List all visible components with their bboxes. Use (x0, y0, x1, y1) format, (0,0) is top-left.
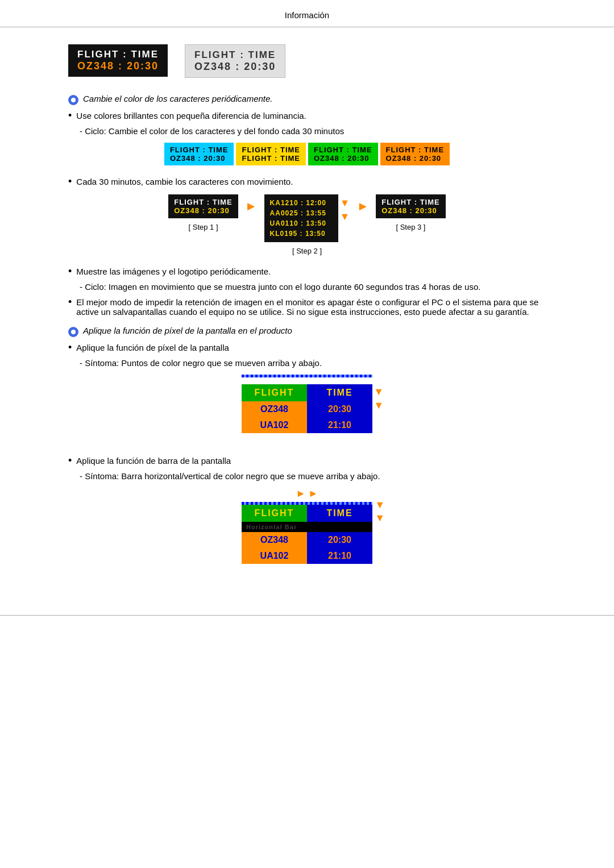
step2-arrow-down1: ▼ (340, 197, 350, 209)
pixel-col2-header: TIME (307, 384, 372, 401)
gray-separator: : (235, 61, 244, 72)
bar-display-header: FLIGHT TIME (242, 505, 372, 522)
cycle-box-green: FLIGHT : TIME OZ348 : 20:30 (308, 143, 378, 165)
bar-row2-col1: UA102 (242, 548, 307, 564)
arrow-right-1: ► (245, 199, 258, 214)
cycle-green-label: FLIGHT : TIME (314, 146, 372, 154)
step1-caption: [ Step 1 ] (189, 223, 218, 231)
blue-circle-icon-2 (68, 327, 78, 337)
step1-label: FLIGHT : TIME (174, 198, 233, 206)
dark-display-value: OZ348 : 20:30 (77, 60, 159, 72)
pixel-arrow-down1: ▼ (374, 386, 384, 398)
section5-list: Aplique la función de píxel de la pantal… (68, 343, 546, 354)
section3-text: Muestre las imágenes y el logotipo perió… (76, 267, 271, 276)
header-title: Información (285, 10, 329, 20)
cycle-box-cyan: FLIGHT : TIME OZ348 : 20:30 (164, 143, 234, 165)
cycle-yellow-value: FLIGHT : TIME (242, 154, 300, 163)
gray-flight-num: OZ348 (194, 61, 231, 72)
bar-row1-col2: 20:30 (307, 532, 372, 548)
step1-box: FLIGHT : TIME OZ348 : 20:30 [ Step 1 ] (168, 194, 238, 231)
bar-arrow-down2: ▼ (375, 512, 385, 524)
section6-bullet1: Aplique la función de barra de la pantal… (68, 456, 546, 467)
bar-col1-header: FLIGHT (242, 505, 307, 522)
cycle-orange-label: FLIGHT : TIME (386, 146, 445, 154)
pixel-row2: UA102 21:10 (242, 417, 372, 433)
step3-display: FLIGHT : TIME OZ348 : 20:30 (376, 194, 446, 218)
bar-row2: UA102 21:10 (242, 548, 372, 564)
cycle-orange-value: OZ348 : 20:30 (386, 154, 445, 163)
pixel-col1-header: FLIGHT (242, 384, 307, 401)
bar-arrow-right1: ► (296, 488, 306, 500)
step1-value: OZ348 : 20:30 (174, 206, 233, 215)
gray-display-label: FLIGHT : TIME (194, 49, 276, 61)
pixel-row1-col2: 20:30 (307, 401, 372, 417)
pixel-row1-col1: OZ348 (242, 401, 307, 417)
section3-list: Muestre las imágenes y el logotipo perió… (68, 267, 546, 277)
pixel-display-wrapper: FLIGHT TIME OZ348 20:30 UA102 21:10 ▼ ▼ (68, 375, 546, 445)
bar-arrow-right2: ► (308, 488, 318, 500)
section5-header: Aplique la función de píxel de la pantal… (68, 326, 546, 337)
horizontal-bar-stripe: Horizontal Bar (242, 522, 372, 532)
bar-row1-col1: OZ348 (242, 532, 307, 548)
section1-list: Use colores brillantes con pequeña difer… (68, 111, 546, 122)
pixel-arrow-down2: ▼ (374, 400, 384, 412)
dark-flight-num: OZ348 (77, 60, 114, 72)
step3-label: FLIGHT : TIME (381, 198, 440, 206)
step1-display: FLIGHT : TIME OZ348 : 20:30 (168, 194, 238, 218)
flight-display-dark: FLIGHT : TIME OZ348 : 20:30 (68, 44, 168, 77)
step2-display: KA1210 : 12:00AA0025 : 13:55 UA0110 : 13… (264, 194, 338, 242)
section4-text: El mejor modo de impedir la retención de… (76, 297, 546, 317)
pixel-display-header: FLIGHT TIME (242, 384, 372, 401)
bar-top-arrows: ► ► (242, 488, 372, 500)
cycle-green-value: OZ348 : 20:30 (314, 154, 372, 163)
page-footer (0, 615, 614, 616)
blue-circle-icon (68, 95, 78, 105)
dark-separator: : (118, 60, 127, 72)
steps-container: FLIGHT : TIME OZ348 : 20:30 [ Step 1 ] ►… (68, 194, 546, 255)
cycle-box-orange: FLIGHT : TIME OZ348 : 20:30 (380, 143, 450, 165)
step2-box: KA1210 : 12:00AA0025 : 13:55 UA0110 : 13… (264, 194, 350, 255)
top-displays: FLIGHT : TIME OZ348 : 20:30 FLIGHT : TIM… (68, 44, 546, 78)
section3-bullet1: Muestre las imágenes y el logotipo perió… (68, 267, 546, 277)
step2-row1: KA1210 : 12:00AA0025 : 13:55 (270, 198, 333, 218)
bar-col2-header: TIME (307, 505, 372, 522)
bar-row1: OZ348 20:30 (242, 532, 372, 548)
section5-title: Aplique la función de píxel de la pantal… (83, 326, 292, 335)
section1-header: Cambie el color de los caracteres periód… (68, 94, 546, 105)
step3-value: OZ348 : 20:30 (381, 206, 440, 215)
section2-text: Cada 30 minutos, cambie los caracteres c… (76, 177, 293, 186)
dotted-top-border (242, 375, 372, 377)
section1-bullet1: Use colores brillantes con pequeña difer… (68, 111, 546, 122)
section5-bullet1: Aplique la función de píxel de la pantal… (68, 343, 546, 354)
section4-bullet1: El mejor modo de impedir la retención de… (68, 297, 546, 317)
section6-list: Aplique la función de barra de la pantal… (68, 456, 546, 467)
bar-display: FLIGHT TIME Horizontal Bar OZ348 20:30 U… (242, 505, 372, 564)
section2-bullet1: Cada 30 minutos, cambie los caracteres c… (68, 177, 546, 188)
step3-caption: [ Step 3 ] (396, 223, 425, 231)
step3-box: FLIGHT : TIME OZ348 : 20:30 [ Step 3 ] (376, 194, 446, 231)
pixel-container: FLIGHT TIME OZ348 20:30 UA102 21:10 ▼ ▼ (242, 375, 372, 445)
cycle-cyan-label: FLIGHT : TIME (170, 146, 229, 154)
pixel-row2-col1: UA102 (242, 417, 307, 433)
cycle-yellow-label: FLIGHT : TIME (242, 146, 300, 154)
bar-right-arrows: ▼ ▼ (375, 499, 385, 524)
flight-display-gray: FLIGHT : TIME OZ348 : 20:30 (185, 44, 285, 78)
gray-display-value: OZ348 : 20:30 (194, 61, 276, 73)
dark-display-label: FLIGHT : TIME (77, 49, 159, 60)
page-header: Información (0, 0, 614, 27)
cycle-cyan-value: OZ348 : 20:30 (170, 154, 229, 163)
section5-sub1: - Síntoma: Puntos de color negro que se … (80, 358, 546, 368)
step2-row2: UA0110 : 13:50KL0195 : 13:50 (270, 218, 333, 239)
dark-time: 20:30 (127, 60, 159, 72)
step2-arrow-down2: ▼ (340, 211, 350, 223)
bar-arrow-down1: ▼ (375, 499, 385, 511)
section5-bullet1-text: Aplique la función de píxel de la pantal… (76, 343, 229, 352)
bar-display-wrapper: ► ► FLIGHT TIME Horizontal Bar OZ348 20:… (68, 488, 546, 564)
arrow-right-2: ► (356, 199, 369, 214)
pixel-display: FLIGHT TIME OZ348 20:30 UA102 21:10 (242, 384, 372, 433)
pixel-right-arrows: ▼ ▼ (374, 386, 384, 412)
horizontal-bar-label: Horizontal Bar (246, 524, 297, 530)
bar-container: ► ► FLIGHT TIME Horizontal Bar OZ348 20:… (242, 488, 372, 564)
section3-sub1: - Ciclo: Imagen en movimiento que se mue… (80, 282, 546, 292)
step2-caption: [ Step 2 ] (292, 247, 322, 255)
